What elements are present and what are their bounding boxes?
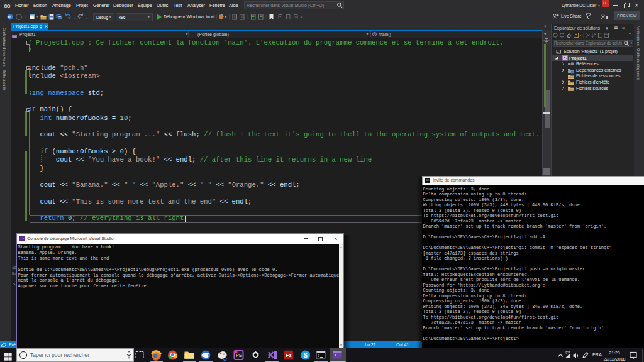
svg-text:PS: PS: [236, 353, 242, 358]
svg-text:Fz: Fz: [286, 353, 291, 358]
svg-text:S: S: [303, 352, 308, 359]
